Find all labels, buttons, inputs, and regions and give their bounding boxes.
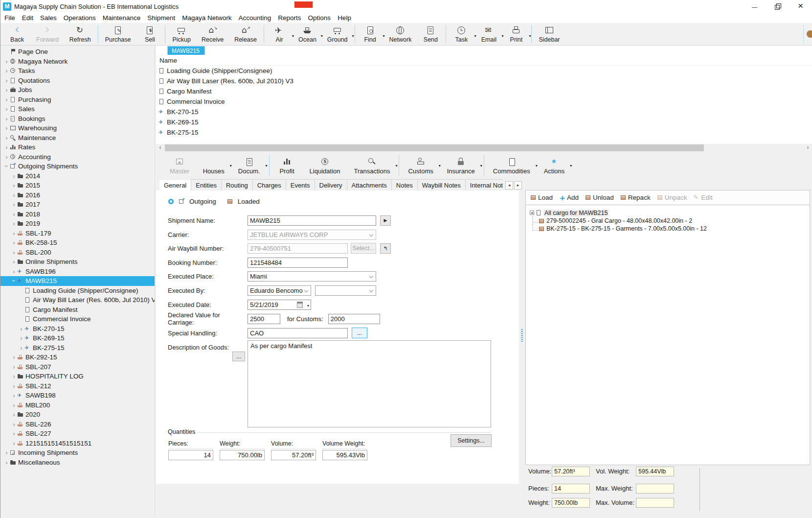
chevron-down-icon[interactable] [570, 164, 572, 168]
tree-item[interactable]: Commercial Invoice [0, 314, 155, 324]
tree-item[interactable]: Miscellaneous [0, 458, 155, 468]
expander-chevron-icon[interactable] [11, 230, 17, 236]
tree-item[interactable]: SBL-179 [0, 229, 155, 238]
executed-by-secondary-combo[interactable] [315, 285, 376, 296]
restore-button[interactable] [766, 0, 789, 13]
toolbar-button[interactable]: Find [357, 23, 384, 45]
detail-tab[interactable]: Delivery [315, 179, 347, 191]
expander-chevron-icon[interactable] [11, 411, 17, 418]
chevron-down-icon[interactable]: ▾ [307, 304, 309, 308]
toolbar-button[interactable]: Print [502, 23, 530, 45]
toolbar-button[interactable]: Back [3, 23, 31, 45]
tab-scroll-left-icon[interactable]: ◂ [505, 181, 513, 189]
quantity-value-field[interactable]: 14 [168, 450, 213, 460]
cargo-toolbar-button[interactable]: Load [530, 194, 553, 201]
cargo-toolbar-button[interactable]: Repack [620, 194, 651, 201]
tree-item[interactable]: Air Way Bill Laser (Res. 600b, Jul 2010)… [0, 295, 155, 305]
expander-chevron-icon[interactable] [3, 154, 10, 160]
tree-item[interactable]: 2019 [0, 219, 155, 229]
quantity-value-field[interactable]: 57.20ft³ [271, 450, 316, 460]
tree-item[interactable]: Cargo Manifest [0, 305, 155, 315]
quantity-value-field[interactable]: 595.43Vlb [322, 450, 367, 460]
menu-item[interactable]: Edit [19, 14, 37, 22]
tree-item[interactable]: Bookings [0, 114, 155, 124]
chevron-down-icon[interactable] [529, 34, 531, 38]
tree-item[interactable]: Magaya Network [0, 57, 155, 67]
expander-chevron-icon[interactable] [18, 345, 24, 351]
detail-tab[interactable]: Charges [253, 179, 286, 191]
shipment-toolbar-button[interactable]: Houses [196, 152, 231, 179]
tree-item[interactable]: Maintenance [0, 133, 155, 143]
expander-chevron-icon[interactable] [11, 383, 17, 389]
expander-chevron-icon[interactable] [11, 440, 17, 447]
tree-item[interactable]: SBL-226 [0, 420, 155, 429]
tree-item[interactable]: MAWB215 [0, 276, 155, 286]
chevron-down-icon[interactable] [369, 288, 373, 292]
tree-item[interactable]: 2014 [0, 171, 155, 181]
tree-item[interactable]: MBL200 [0, 400, 155, 410]
detail-tab[interactable]: Events [286, 179, 315, 191]
tree-item[interactable]: BK-270-15 [0, 324, 155, 334]
total-value-field[interactable]: 14 [552, 484, 590, 494]
booking-number-input[interactable]: 121548484 [248, 258, 348, 268]
shipment-name-input[interactable]: MAWB215 [248, 215, 376, 226]
tree-item[interactable]: 2020 [0, 410, 155, 420]
expander-chevron-icon[interactable] [11, 354, 17, 360]
awb-swap-button[interactable]: ↰ [380, 243, 391, 254]
tree-item[interactable]: Online Shipments [0, 257, 155, 267]
customs-value-input[interactable]: 2000 [328, 314, 380, 324]
shipment-toolbar-button[interactable]: Profit [271, 152, 303, 179]
expander-chevron-icon[interactable] [11, 211, 17, 217]
expander-chevron-icon[interactable] [11, 259, 17, 265]
menu-item[interactable]: Options [305, 14, 335, 22]
executed-date-input[interactable]: 5/21/2019 ▾ [248, 300, 311, 310]
expander-chevron-icon[interactable] [3, 96, 10, 103]
menu-item[interactable]: Maintenance [99, 14, 144, 22]
shipment-toolbar-button[interactable]: Docum. [231, 152, 267, 179]
expander-chevron-icon[interactable] [3, 116, 10, 122]
expander-chevron-icon[interactable] [11, 192, 17, 198]
tree-item[interactable]: 2018 [0, 210, 155, 219]
document-row[interactable]: Air Way Bill Laser (Res. 600b, Jul 2010)… [156, 76, 812, 86]
cargo-toolbar-button[interactable]: Add [559, 194, 579, 201]
scrollbar-thumb[interactable] [165, 144, 704, 151]
tree-item[interactable]: Accounting [0, 152, 155, 162]
minimize-button[interactable] [743, 0, 766, 13]
document-panel-tab[interactable]: MAWB215 [167, 46, 205, 55]
expander-chevron-icon[interactable] [3, 58, 10, 65]
toolbar-button[interactable]: Ocean [293, 23, 322, 45]
menu-item[interactable]: Magaya Network [179, 14, 235, 22]
goods-more-button[interactable]: ... [232, 352, 245, 361]
expander-chevron-icon[interactable] [18, 335, 24, 341]
menu-item[interactable]: Operations [60, 14, 99, 22]
expander-chevron-icon[interactable] [3, 135, 10, 141]
settings-button[interactable]: Settings... [451, 434, 492, 447]
chevron-down-icon[interactable] [480, 164, 482, 168]
detail-tab[interactable]: Internal Notes [466, 179, 503, 191]
collapse-minus-icon[interactable] [530, 211, 534, 215]
executed-place-combo[interactable]: Miami [248, 271, 376, 282]
expander-chevron-icon[interactable] [18, 326, 24, 332]
document-row[interactable]: BK-269-15 [156, 117, 812, 127]
tree-item[interactable]: Outgoing Shipments [0, 162, 155, 171]
expander-chevron-icon[interactable] [3, 106, 10, 112]
expander-chevron-icon[interactable] [3, 163, 10, 169]
tree-item[interactable]: SBL-200 [0, 248, 155, 258]
tree-item[interactable]: Page One [0, 47, 155, 57]
toolbar-button[interactable]: Refresh [64, 23, 96, 45]
toolbar-button[interactable]: Task [448, 23, 475, 45]
document-row[interactable]: Commercial Invoice [156, 96, 812, 107]
chevron-down-icon[interactable] [352, 34, 354, 38]
expander-chevron-icon[interactable] [11, 430, 17, 437]
menu-item[interactable]: Help [334, 14, 355, 22]
expander-chevron-icon[interactable] [11, 402, 17, 408]
total-value-field[interactable]: 750.00lb [552, 498, 590, 508]
menu-item[interactable]: Sales [37, 14, 60, 22]
tree-item[interactable]: Rates [0, 142, 155, 152]
shipment-toolbar-button[interactable]: Transactions [347, 152, 397, 179]
toolbar-button[interactable]: Sell [136, 23, 163, 45]
calendar-icon[interactable] [297, 302, 303, 308]
chevron-down-icon[interactable] [266, 164, 268, 168]
chevron-down-icon[interactable] [304, 288, 308, 292]
shipment-toolbar-button[interactable]: Liquidation [303, 152, 347, 179]
